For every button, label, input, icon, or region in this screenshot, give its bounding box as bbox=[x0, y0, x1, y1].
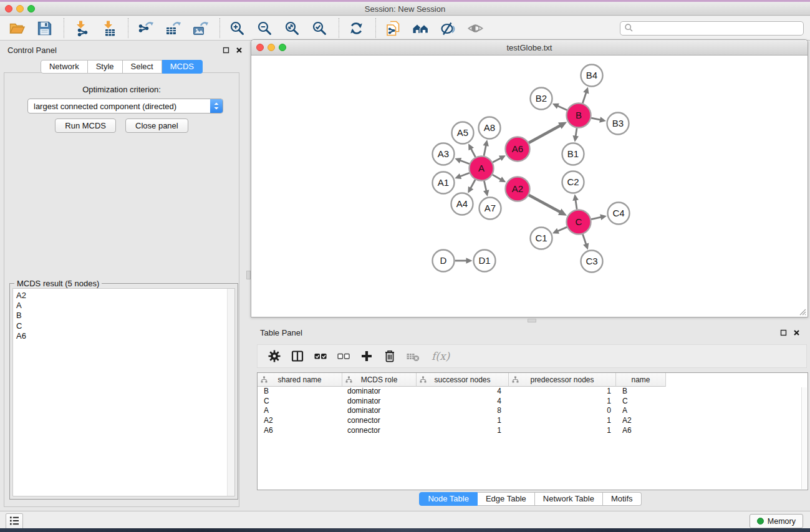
table-cell[interactable]: C bbox=[616, 397, 666, 407]
float-table-panel-icon[interactable] bbox=[779, 329, 788, 337]
export-image-icon[interactable] bbox=[191, 19, 210, 38]
export-table-icon[interactable] bbox=[163, 19, 183, 38]
tab-edge-table[interactable]: Edge Table bbox=[478, 492, 535, 506]
graph-node-B3[interactable]: B3 bbox=[607, 113, 629, 135]
graph-node-C4[interactable]: C4 bbox=[608, 203, 630, 225]
open-folder-icon[interactable] bbox=[7, 19, 27, 38]
tab-select[interactable]: Select bbox=[123, 60, 162, 74]
graph-edge-A-A1[interactable] bbox=[460, 173, 470, 177]
graph-edge-A-A5[interactable] bbox=[471, 148, 476, 157]
graph-node-A[interactable]: A bbox=[470, 157, 494, 181]
graph-node-A7[interactable]: A7 bbox=[480, 198, 501, 220]
graph-node-C[interactable]: C bbox=[567, 210, 591, 235]
close-panel-button[interactable]: Close panel bbox=[125, 118, 188, 133]
zoom-selected-icon[interactable] bbox=[310, 19, 329, 38]
select-all-columns-icon[interactable] bbox=[314, 349, 327, 363]
table-cell[interactable]: A bbox=[616, 406, 666, 416]
table-cell[interactable]: B bbox=[616, 387, 666, 397]
graph-edge-C-C4[interactable] bbox=[591, 217, 602, 220]
tab-node-table[interactable]: Node Table bbox=[419, 492, 478, 506]
network-canvas[interactable]: B4B2BB3A5A8A6A3B1AC2A1A2A4A7C4CC1C3DD1 bbox=[251, 56, 808, 317]
column-header-mcds-role[interactable]: MCDS role bbox=[342, 373, 417, 387]
mcds-result-item[interactable]: A2 bbox=[13, 289, 234, 301]
save-session-icon[interactable] bbox=[35, 19, 54, 38]
close-panel-icon[interactable] bbox=[235, 46, 243, 54]
search-field[interactable] bbox=[620, 21, 804, 36]
table-cell[interactable]: dominator bbox=[342, 406, 417, 416]
graph-node-C1[interactable]: C1 bbox=[531, 228, 552, 249]
table-cell[interactable]: 1 bbox=[509, 387, 616, 397]
function-builder-button[interactable]: f(x) bbox=[432, 350, 450, 362]
vertical-splitter-handle[interactable] bbox=[246, 271, 251, 279]
tab-motifs[interactable]: Motifs bbox=[603, 492, 642, 506]
graph-node-A2[interactable]: A2 bbox=[506, 177, 530, 201]
column-header-successor-nodes[interactable]: successor nodes bbox=[417, 373, 509, 387]
graph-node-A6[interactable]: A6 bbox=[506, 137, 530, 162]
zoom-in-icon[interactable] bbox=[228, 19, 247, 38]
graph-edge-A-A6[interactable] bbox=[493, 158, 501, 162]
mcds-result-item[interactable]: C bbox=[13, 321, 234, 331]
graph-edge-B-B2[interactable] bbox=[557, 105, 567, 110]
memory-button[interactable]: Memory bbox=[750, 514, 803, 528]
graph-node-A4[interactable]: A4 bbox=[451, 193, 473, 215]
graph-node-D[interactable]: D bbox=[433, 250, 455, 272]
horizontal-splitter-handle[interactable] bbox=[528, 319, 536, 322]
table-cell[interactable]: 1 bbox=[509, 426, 616, 436]
table-cell[interactable]: connector bbox=[342, 426, 417, 436]
graph-edge-A-A3[interactable] bbox=[460, 160, 470, 164]
graph-edge-C-C3[interactable] bbox=[582, 234, 586, 244]
graph-edge-A-A7[interactable] bbox=[484, 181, 486, 191]
table-cell[interactable]: A2 bbox=[616, 416, 666, 426]
table-cell[interactable]: 1 bbox=[509, 397, 616, 407]
graph-node-A5[interactable]: A5 bbox=[452, 122, 474, 144]
column-header-predecessor-nodes[interactable]: predecessor nodes bbox=[509, 373, 616, 387]
split-panel-icon[interactable] bbox=[291, 349, 304, 363]
table-cell[interactable]: 1 bbox=[417, 426, 509, 436]
graph-edge-B-B3[interactable] bbox=[591, 118, 601, 120]
graph-node-C2[interactable]: C2 bbox=[562, 172, 584, 193]
home-first-neighbors-icon[interactable] bbox=[411, 19, 430, 38]
table-cell[interactable]: B bbox=[258, 387, 342, 397]
table-row-C[interactable]: Cdominator41C bbox=[258, 397, 808, 407]
graph-edge-B-B4[interactable] bbox=[582, 92, 586, 103]
table-cell[interactable]: 4 bbox=[417, 397, 509, 407]
graphics-details-eye-icon[interactable] bbox=[466, 19, 485, 38]
new-network-from-selection-icon[interactable] bbox=[383, 19, 403, 38]
table-cell[interactable]: A6 bbox=[258, 426, 342, 436]
delete-table-icon[interactable] bbox=[406, 349, 420, 363]
table-cell[interactable]: A6 bbox=[616, 426, 666, 436]
mcds-result-item[interactable]: A bbox=[13, 301, 234, 311]
add-column-icon[interactable] bbox=[360, 349, 374, 363]
column-header-shared-name[interactable]: shared name bbox=[258, 373, 342, 387]
tab-style[interactable]: Style bbox=[88, 60, 123, 74]
import-network-icon[interactable] bbox=[72, 19, 91, 38]
table-cell[interactable]: 1 bbox=[417, 416, 509, 426]
zoom-out-icon[interactable] bbox=[255, 19, 274, 38]
table-cell[interactable]: 1 bbox=[509, 416, 616, 426]
graph-node-B[interactable]: B bbox=[567, 104, 591, 128]
graph-edge-A-A2[interactable] bbox=[493, 175, 502, 180]
graph-node-B4[interactable]: B4 bbox=[581, 65, 603, 87]
table-cell[interactable]: C bbox=[258, 397, 342, 407]
table-row-A[interactable]: Adominator80A bbox=[258, 406, 808, 416]
graph-edge-A6-B[interactable] bbox=[529, 125, 561, 143]
tab-network-table[interactable]: Network Table bbox=[535, 492, 603, 506]
unselect-all-columns-icon[interactable] bbox=[337, 349, 350, 363]
delete-column-trash-icon[interactable] bbox=[383, 349, 397, 363]
apply-layout-icon[interactable] bbox=[347, 19, 366, 38]
import-table-icon[interactable] bbox=[99, 19, 118, 38]
export-network-icon[interactable] bbox=[136, 19, 155, 38]
graph-node-A8[interactable]: A8 bbox=[479, 117, 501, 139]
network-window-titlebar[interactable]: testGlobe.txt bbox=[251, 40, 808, 56]
table-row-A6[interactable]: A6connector11A6 bbox=[258, 426, 808, 436]
graph-node-D1[interactable]: D1 bbox=[474, 250, 496, 272]
task-history-button[interactable] bbox=[6, 513, 23, 530]
graph-edge-A-A4[interactable] bbox=[470, 180, 475, 189]
graph-edge-A-A8[interactable] bbox=[484, 145, 486, 156]
criterion-select[interactable]: largest connected component (directed) bbox=[27, 99, 223, 114]
tab-mcds[interactable]: MCDS bbox=[162, 60, 203, 74]
search-input[interactable] bbox=[634, 22, 803, 34]
float-panel-icon[interactable] bbox=[222, 46, 230, 54]
column-header-name[interactable]: name bbox=[616, 373, 666, 387]
mcds-result-item[interactable]: A6 bbox=[13, 331, 234, 341]
